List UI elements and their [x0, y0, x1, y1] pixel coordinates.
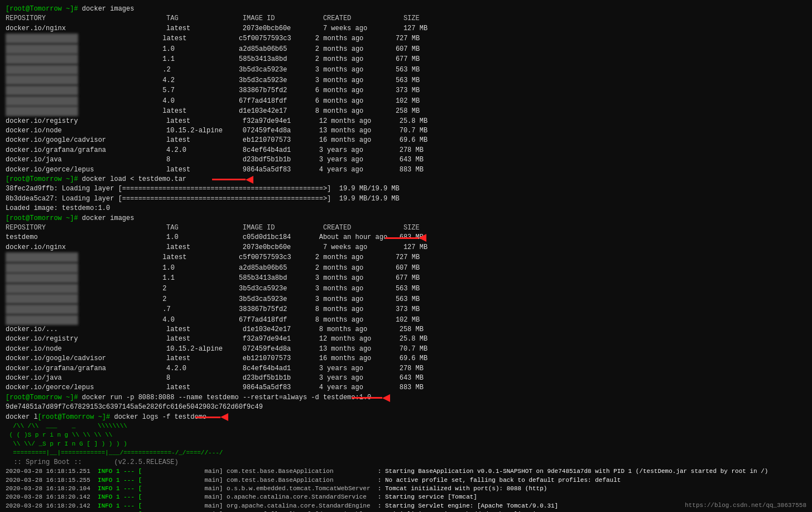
table-row: docker.io/node 10.15.2-alpine 072459fe4d… — [6, 344, 806, 354]
container-id: 9de74851a7d89f7c67829153c6397145a5e2826f… — [6, 403, 806, 412]
testdemo-row: testdemo 1.0 c05d0d1bc184 About an hour … — [6, 233, 424, 242]
spring-version: :: Spring Boot :: (v2.2.5.RELEASE) — [6, 458, 806, 467]
log-entry: 2020-03-28 16:18:15.255 INFO 1 --- [ mai… — [6, 476, 806, 485]
terminal-window: [root@Tomorrow ~]# docker images REPOSIT… — [0, 0, 812, 512]
docker-run-cmd: [root@Tomorrow ~]# docker run -p 8088:80… — [6, 393, 371, 403]
docker-load-cmd: [root@Tomorrow ~]# docker load < testdem… — [6, 175, 186, 184]
table-header-2: REPOSITORY TAG IMAGE ID CREATED SIZE — [6, 223, 806, 233]
loaded-image: Loaded image: testdemo:1.0 — [6, 204, 806, 213]
table-row: docker.io/nginx latest 2073e0bcb60e 7 we… — [6, 24, 806, 34]
table-row: docker.io/registry latest f32a97de94e1 1… — [6, 117, 806, 126]
table-row: docker.io/node 10.15.2-alpine 072459fe4d… — [6, 126, 806, 136]
table-row: 1.1 585b3413a8bd 3 months ago 677 MB — [6, 273, 806, 284]
table-row: docker.io/google/cadvisor latest eb12107… — [6, 354, 806, 363]
table-row: docker.io/georce/lepus latest 9864a5a5df… — [6, 165, 806, 175]
table-row: 2 3b5d3ca5923e 3 months ago 563 MB — [6, 294, 806, 304]
log-entry: 2020-03-28 16:18:15.251 INFO 1 --- [ mai… — [6, 467, 806, 476]
table-row: latest c5f00757593c3 2 months ago 727 MB — [6, 34, 806, 44]
log-entry: 2020-03-28 16:18:20.142 INFO 1 --- [ mai… — [6, 493, 806, 501]
loading-layer-1: 38fec2ad9ffb: Loading layer [===========… — [6, 184, 806, 194]
table-row: docker.io/google/cadvisor latest eb12107… — [6, 136, 806, 145]
table-row: 1.0 a2d85ab06b65 2 months ago 607 MB — [6, 44, 806, 55]
table-row: 4.0 67f7ad418fdf 8 months ago 102 MB — [6, 315, 806, 326]
table-row: latest d1e103e42e17 8 months ago 258 MB — [6, 106, 806, 117]
second-docker-images-cmd: [root@Tomorrow ~]# docker images — [6, 214, 806, 223]
table-row: docker.io/java 8 d23bdf5b1b1b 3 years ag… — [6, 155, 806, 165]
table-row: 4.2 3b5d3ca5923e 3 months ago 563 MB — [6, 75, 806, 85]
table-row: .7 383867b75fd2 8 months ago 373 MB — [6, 304, 806, 315]
table-header-1: REPOSITORY TAG IMAGE ID CREATED SIZE — [6, 14, 806, 23]
table-row: 4.0 67f7ad418fdf 6 months ago 102 MB — [6, 96, 806, 107]
table-row: docker.io/nginx latest 2073e0bcb60e 7 we… — [6, 243, 806, 252]
spring-banner: /\\ /\\ ___ _ \\\\\\\\ ( ( )S p r i n g … — [6, 422, 806, 458]
table-row: docker.io/georce/lepus latest 9864a5a5df… — [6, 383, 806, 393]
table-row: docker.io/java 8 d23bdf5b1b1b 3 years ag… — [6, 374, 806, 383]
table-row: 2 3b5d3ca5923e 3 months ago 563 MB — [6, 284, 806, 294]
table-row: docker.io/registry latest f32a97de94e1 1… — [6, 334, 806, 344]
table-row: docker.io/... latest d1e103e42e17 8 mont… — [6, 325, 806, 334]
table-row: 5.7 383867b75fd2 6 months ago 373 MB — [6, 85, 806, 96]
table-row: 1.0 a2d85ab06b65 2 months ago 607 MB — [6, 263, 806, 274]
first-docker-images-cmd: [root@Tomorrow ~]# docker images — [6, 4, 806, 14]
log-entry: 2020-03-28 16:18:20.104 INFO 1 --- [ mai… — [6, 485, 806, 493]
table-row: .2 3b5d3ca5923e 3 months ago 563 MB — [6, 65, 806, 75]
table-row: 1.1 585b3413a8bd 2 months ago 677 MB — [6, 54, 806, 65]
loading-layer-2: 8b3ddea5ca27: Loading layer [===========… — [6, 194, 806, 204]
table-row: latest c5f00757593c3 2 months ago 727 MB — [6, 252, 806, 263]
watermark: https://blog.csdn.net/qq_38637558 — [685, 502, 806, 509]
table-row: docker.io/grafana/grafana 4.2.0 8c4ef64b… — [6, 146, 806, 155]
table-row: docker.io/grafana/grafana 4.2.0 8c4ef64b… — [6, 364, 806, 374]
docker-logs-cmd: docker l[root@Tomorrow ~]# docker logs -… — [6, 413, 206, 422]
